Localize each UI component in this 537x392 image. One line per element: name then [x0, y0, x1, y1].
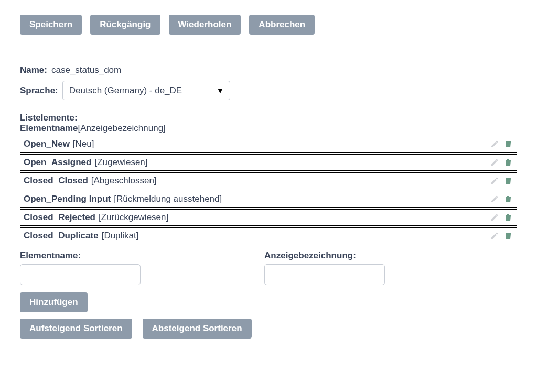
item-name: Open_New [24, 139, 70, 149]
item-name: Open_Pending Input [24, 194, 111, 204]
new-anzeige-input[interactable] [264, 264, 385, 285]
name-label: Name: [20, 65, 47, 75]
item-name: Open_Assigned [24, 157, 91, 168]
add-button[interactable]: Hinzufügen [20, 292, 88, 312]
sort-desc-button[interactable]: Absteigend Sortieren [143, 319, 252, 339]
redo-button[interactable]: Wiederholen [169, 15, 241, 35]
item-display: [Duplikat] [102, 231, 139, 241]
item-name: Closed_Duplicate [24, 231, 99, 241]
item-display: [Abgeschlossen] [91, 176, 157, 186]
list-item: Closed_Closed [Abgeschlossen] [20, 172, 517, 189]
item-display: [Neu] [73, 139, 94, 149]
new-elementname-label: Elementname: [20, 251, 249, 261]
edit-icon[interactable] [489, 176, 500, 186]
sort-asc-button[interactable]: Aufsteigend Sortieren [20, 319, 132, 339]
list-item: Open_Pending Input [Rückmeldung ausstehe… [20, 191, 517, 208]
cancel-button[interactable]: Abbrechen [249, 15, 315, 35]
delete-icon[interactable] [503, 231, 513, 241]
name-value: case_status_dom [51, 65, 121, 75]
edit-icon[interactable] [489, 231, 500, 241]
language-label: Sprache: [20, 85, 58, 96]
item-display: [Rückmeldung ausstehend] [114, 194, 222, 204]
edit-icon[interactable] [489, 139, 500, 149]
edit-icon[interactable] [489, 194, 500, 204]
delete-icon[interactable] [503, 212, 513, 223]
edit-icon[interactable] [489, 157, 500, 168]
name-row: Name: case_status_dom [20, 65, 517, 75]
columns-header: Elementname[Anzeigebezeichnung] [20, 123, 517, 134]
item-name: Closed_Rejected [24, 212, 95, 223]
delete-icon[interactable] [503, 157, 513, 168]
new-anzeige-label: Anzeigebezeichnung: [264, 251, 493, 261]
new-elementname-input[interactable] [20, 264, 141, 285]
list-item: Closed_Rejected [Zurückgewiesen] [20, 209, 517, 226]
language-select[interactable]: Deutsch (Germany) - de_DE [62, 81, 230, 100]
undo-button[interactable]: Rückgängig [90, 15, 160, 35]
edit-icon[interactable] [489, 212, 500, 223]
delete-icon[interactable] [503, 194, 513, 204]
items-list: Open_New [Neu]Open_Assigned [Zugewiesen]… [20, 136, 517, 244]
list-item: Closed_Duplicate [Duplikat] [20, 227, 517, 244]
elementname-header: Elementname [20, 123, 78, 133]
item-display: [Zurückgewiesen] [99, 212, 168, 223]
language-row: Sprache: Deutsch (Germany) - de_DE ▼ [20, 81, 517, 100]
item-display: [Zugewiesen] [94, 157, 147, 168]
item-name: Closed_Closed [24, 176, 88, 186]
save-button[interactable]: Speichern [20, 15, 82, 35]
list-item: Open_New [Neu] [20, 136, 517, 153]
anzeige-header: [Anzeigebezeichnung] [78, 123, 166, 133]
list-item: Open_Assigned [Zugewiesen] [20, 154, 517, 171]
delete-icon[interactable] [503, 139, 513, 149]
delete-icon[interactable] [503, 176, 513, 186]
list-elements-label: Listelemente: [20, 113, 517, 123]
